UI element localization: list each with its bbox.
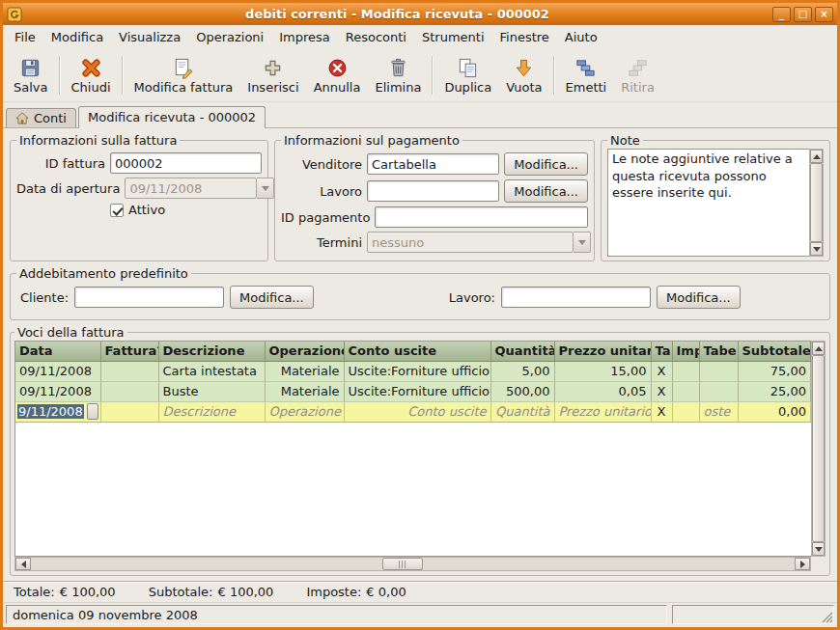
cell-tassabile[interactable]: X — [651, 381, 672, 401]
menu-resoconti[interactable]: Resoconti — [338, 27, 414, 47]
cell-fattura[interactable] — [100, 361, 158, 381]
maximize-button[interactable]: □ — [794, 7, 812, 22]
cell-prezzo[interactable]: 0,05 — [554, 381, 651, 401]
scrollbar-track[interactable] — [31, 558, 795, 570]
close-tab-button[interactable]: Chiudi — [65, 51, 118, 99]
cell-quantita[interactable]: 5,00 — [490, 361, 554, 381]
save-icon — [19, 57, 42, 79]
job-edit-button[interactable]: Modifica... — [504, 179, 588, 203]
cell-data[interactable]: 09/11/2008 — [15, 361, 100, 381]
active-checkbox[interactable] — [110, 204, 124, 217]
menu-strumenti[interactable]: Strumenti — [414, 27, 492, 47]
scrollbar-thumb[interactable] — [812, 355, 825, 542]
cell-imposte[interactable] — [672, 381, 699, 401]
register-vertical-scrollbar[interactable] — [811, 341, 826, 557]
date-picker-button[interactable] — [87, 403, 98, 420]
cell-subtotale[interactable]: 75,00 — [738, 361, 811, 381]
col-header-imposte[interactable]: Imp — [672, 342, 699, 361]
notes-scrollbar[interactable] — [809, 149, 824, 257]
menu-impresa[interactable]: Impresa — [271, 27, 338, 47]
invoice-id-input[interactable]: 000002 — [110, 152, 262, 174]
cell-data-edit[interactable]: 9/11/2008 — [15, 401, 100, 422]
scroll-up-icon[interactable] — [812, 342, 825, 355]
tab-modifica-ricevuta[interactable]: Modifica ricevuta - 000002 — [78, 106, 266, 128]
cell-quantita[interactable]: 500,00 — [490, 381, 554, 401]
cell-subtotale[interactable]: 25,00 — [738, 381, 811, 401]
notes-textarea[interactable]: Le note aggiuntive relative a questa ric… — [607, 149, 809, 257]
customer-input[interactable] — [74, 287, 224, 308]
scroll-up-icon[interactable] — [810, 150, 823, 163]
customer-edit-button[interactable]: Modifica... — [230, 286, 314, 309]
resize-grip-icon[interactable] — [821, 611, 833, 623]
menu-finestre[interactable]: Finestre — [492, 27, 557, 47]
titlebar[interactable]: debiti correnti - Modifica ricevuta - 00… — [3, 3, 837, 25]
edit-row[interactable]: 9/11/2008 Descrizione Operazione Conto u… — [15, 401, 811, 422]
save-button[interactable]: Salva — [7, 51, 55, 99]
table-row[interactable]: 09/11/2008 Buste Materiale Uscite:Fornit… — [15, 381, 811, 401]
col-header-fattura[interactable]: Fattura? — [100, 342, 158, 361]
cell-data[interactable]: 09/11/2008 — [15, 381, 100, 401]
billing-job-input[interactable] — [501, 287, 651, 308]
menu-file[interactable]: File — [7, 27, 43, 47]
cell-tassabile[interactable]: X — [651, 361, 672, 381]
table-row[interactable]: 09/11/2008 Carta intestata Materiale Usc… — [15, 361, 811, 381]
col-header-prezzo-unitario[interactable]: Prezzo unitario — [554, 342, 651, 361]
cell-descrizione[interactable]: Carta intestata — [158, 361, 265, 381]
vendor-edit-button[interactable]: Modifica... — [504, 152, 588, 176]
scroll-down-icon[interactable] — [812, 542, 825, 556]
cell-operazione-edit[interactable]: Operazione — [265, 401, 344, 422]
cancel-button[interactable]: Annulla — [307, 51, 368, 99]
cell-fattura-edit[interactable] — [100, 401, 158, 422]
delete-button[interactable]: Elimina — [368, 51, 428, 99]
cell-conto[interactable]: Uscite:Forniture ufficio — [344, 381, 490, 401]
cell-fattura[interactable] — [100, 381, 158, 401]
menu-visualizza[interactable]: Visualizza — [111, 27, 188, 47]
close-button[interactable]: × — [815, 7, 833, 22]
cell-quantita-edit[interactable]: Quantità — [490, 401, 554, 422]
col-header-descrizione[interactable]: Descrizione — [158, 342, 265, 361]
cell-imposte[interactable] — [672, 361, 699, 381]
job-input[interactable] — [367, 180, 499, 202]
tab-conti[interactable]: Conti — [6, 108, 76, 127]
date-edit-selected-text[interactable]: 9/11/2008 — [17, 404, 84, 419]
cell-imposte-edit[interactable] — [672, 401, 699, 422]
col-header-data[interactable]: Data — [15, 342, 100, 361]
cell-conto[interactable]: Uscite:Forniture ufficio — [344, 361, 490, 381]
vendor-input[interactable]: Cartabella — [367, 153, 499, 175]
cell-prezzo-edit[interactable]: Prezzo unitario — [554, 401, 651, 422]
col-header-operazione[interactable]: Operazione — [265, 342, 344, 361]
cell-descrizione[interactable]: Buste — [158, 381, 265, 401]
scroll-down-icon[interactable] — [810, 242, 823, 256]
edit-invoice-button[interactable]: Modifica fattura — [127, 51, 240, 99]
scrollbar-thumb[interactable] — [382, 558, 423, 570]
duplicate-button[interactable]: Duplica — [437, 51, 498, 99]
cell-tabella[interactable] — [699, 381, 738, 401]
scroll-left-icon[interactable] — [15, 558, 31, 570]
cell-descrizione-edit[interactable]: Descrizione — [158, 401, 265, 422]
col-header-tabella[interactable]: Tabe — [699, 342, 738, 361]
billing-job-edit-button[interactable]: Modifica... — [657, 286, 741, 309]
blank-button[interactable]: Vuota — [499, 51, 548, 99]
cell-prezzo[interactable]: 15,00 — [554, 361, 651, 381]
cell-tabella[interactable] — [699, 361, 738, 381]
scroll-right-icon[interactable] — [795, 558, 810, 570]
enter-button[interactable]: Inserisci — [240, 51, 305, 99]
cell-operazione[interactable]: Materiale — [265, 381, 344, 401]
menu-operazioni[interactable]: Operazioni — [188, 27, 271, 47]
register-horizontal-scrollbar[interactable] — [14, 557, 811, 571]
col-header-subtotale[interactable]: Subtotale — [738, 342, 811, 361]
cell-subtotale-edit[interactable]: 0,00 — [738, 401, 811, 422]
cell-operazione[interactable]: Materiale — [265, 361, 344, 381]
cell-tabella-edit[interactable]: oste — [699, 401, 738, 422]
menu-aiuto[interactable]: Aiuto — [557, 27, 605, 47]
menu-modifica[interactable]: Modifica — [43, 27, 111, 47]
cell-tassabile-edit[interactable]: X — [651, 401, 672, 422]
payment-id-input[interactable] — [375, 206, 588, 228]
col-header-quantita[interactable]: Quantità — [490, 342, 554, 361]
scrollbar-thumb[interactable] — [810, 163, 823, 242]
col-header-tassabile[interactable]: Ta — [651, 342, 672, 361]
post-button[interactable]: Emetti — [559, 51, 614, 99]
col-header-conto-uscite[interactable]: Conto uscite — [344, 342, 490, 361]
minimize-button[interactable]: _ — [772, 7, 791, 22]
cell-conto-edit[interactable]: Conto uscite — [344, 401, 490, 422]
